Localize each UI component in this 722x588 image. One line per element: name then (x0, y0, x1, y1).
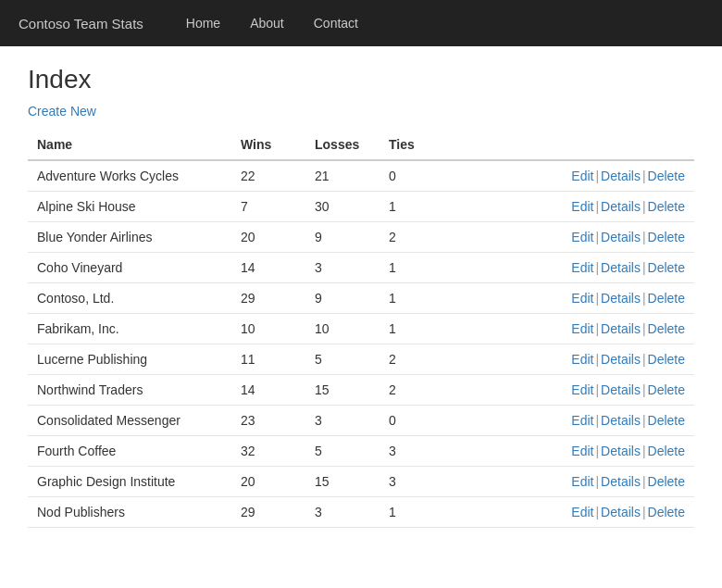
details-link[interactable]: Details (601, 352, 641, 367)
table-row: Graphic Design Institute20153Edit|Detail… (28, 467, 694, 497)
cell-losses: 15 (305, 467, 380, 497)
edit-link[interactable]: Edit (571, 169, 593, 183)
cell-losses: 3 (305, 253, 380, 283)
separator: | (642, 291, 646, 306)
edit-link[interactable]: Edit (571, 444, 593, 458)
cell-wins: 20 (231, 222, 305, 253)
edit-link[interactable]: Edit (571, 382, 593, 397)
cell-actions: Edit|Details|Delete (454, 497, 694, 528)
details-link[interactable]: Details (601, 321, 641, 336)
nav-links: Home About Contact (171, 3, 373, 44)
main-content: Index Create New Name Wins Losses Ties A… (0, 46, 722, 546)
cell-actions: Edit|Details|Delete (454, 160, 694, 192)
details-link[interactable]: Details (601, 444, 641, 458)
cell-actions: Edit|Details|Delete (454, 253, 694, 283)
separator: | (642, 230, 646, 244)
separator: | (595, 199, 599, 214)
nav-link-contact[interactable]: Contact (299, 3, 373, 44)
cell-losses: 3 (305, 497, 380, 528)
separator: | (642, 169, 646, 183)
navbar: Contoso Team Stats Home About Contact (0, 0, 722, 46)
delete-link[interactable]: Delete (648, 291, 685, 306)
cell-actions: Edit|Details|Delete (454, 406, 694, 436)
edit-link[interactable]: Edit (571, 199, 593, 214)
cell-actions: Edit|Details|Delete (454, 375, 694, 406)
details-link[interactable]: Details (601, 199, 641, 214)
cell-losses: 21 (305, 160, 380, 192)
cell-wins: 7 (231, 192, 305, 222)
cell-name: Northwind Traders (28, 375, 231, 406)
delete-link[interactable]: Delete (648, 230, 685, 244)
delete-link[interactable]: Delete (648, 474, 685, 489)
separator: | (642, 444, 646, 458)
details-link[interactable]: Details (601, 474, 641, 489)
separator: | (642, 321, 646, 336)
cell-actions: Edit|Details|Delete (454, 283, 694, 314)
cell-name: Lucerne Publishing (28, 344, 231, 375)
cell-ties: 3 (380, 467, 454, 497)
cell-name: Fabrikam, Inc. (28, 314, 231, 344)
cell-ties: 1 (380, 314, 454, 344)
edit-link[interactable]: Edit (571, 505, 593, 519)
details-link[interactable]: Details (601, 169, 641, 183)
details-link[interactable]: Details (601, 413, 641, 428)
delete-link[interactable]: Delete (648, 169, 685, 183)
cell-ties: 1 (380, 253, 454, 283)
cell-ties: 2 (380, 344, 454, 375)
delete-link[interactable]: Delete (648, 413, 685, 428)
cell-losses: 10 (305, 314, 380, 344)
details-link[interactable]: Details (601, 291, 641, 306)
cell-losses: 15 (305, 375, 380, 406)
separator: | (642, 474, 646, 489)
separator: | (642, 352, 646, 367)
cell-name: Graphic Design Institute (28, 467, 231, 497)
cell-ties: 0 (380, 406, 454, 436)
cell-losses: 9 (305, 222, 380, 253)
delete-link[interactable]: Delete (648, 382, 685, 397)
separator: | (642, 382, 646, 397)
cell-wins: 10 (231, 314, 305, 344)
edit-link[interactable]: Edit (571, 413, 593, 428)
header-name: Name (28, 130, 231, 160)
cell-name: Fourth Coffee (28, 436, 231, 467)
create-new-link[interactable]: Create New (28, 104, 96, 119)
cell-ties: 0 (380, 160, 454, 192)
delete-link[interactable]: Delete (648, 260, 685, 275)
edit-link[interactable]: Edit (571, 260, 593, 275)
cell-name: Blue Yonder Airlines (28, 222, 231, 253)
cell-losses: 5 (305, 436, 380, 467)
cell-losses: 30 (305, 192, 380, 222)
separator: | (595, 169, 599, 183)
edit-link[interactable]: Edit (571, 291, 593, 306)
edit-link[interactable]: Edit (571, 474, 593, 489)
delete-link[interactable]: Delete (648, 352, 685, 367)
edit-link[interactable]: Edit (571, 321, 593, 336)
details-link[interactable]: Details (601, 260, 641, 275)
details-link[interactable]: Details (601, 505, 641, 519)
edit-link[interactable]: Edit (571, 230, 593, 244)
edit-link[interactable]: Edit (571, 352, 593, 367)
separator: | (642, 505, 646, 519)
page-title: Index (28, 65, 694, 94)
cell-ties: 3 (380, 436, 454, 467)
delete-link[interactable]: Delete (648, 321, 685, 336)
nav-link-home[interactable]: Home (171, 3, 235, 44)
header-actions (454, 130, 694, 160)
cell-actions: Edit|Details|Delete (454, 222, 694, 253)
cell-losses: 3 (305, 406, 380, 436)
cell-name: Consolidated Messenger (28, 406, 231, 436)
nav-link-about[interactable]: About (235, 3, 299, 44)
cell-actions: Edit|Details|Delete (454, 314, 694, 344)
delete-link[interactable]: Delete (648, 505, 685, 519)
table-row: Fabrikam, Inc.10101Edit|Details|Delete (28, 314, 694, 344)
cell-name: Coho Vineyard (28, 253, 231, 283)
cell-wins: 23 (231, 406, 305, 436)
table-header: Name Wins Losses Ties (28, 130, 694, 160)
details-link[interactable]: Details (601, 382, 641, 397)
delete-link[interactable]: Delete (648, 199, 685, 214)
cell-name: Nod Publishers (28, 497, 231, 528)
details-link[interactable]: Details (601, 230, 641, 244)
cell-ties: 1 (380, 283, 454, 314)
nav-brand: Contoso Team Stats (19, 16, 143, 31)
delete-link[interactable]: Delete (648, 444, 685, 458)
